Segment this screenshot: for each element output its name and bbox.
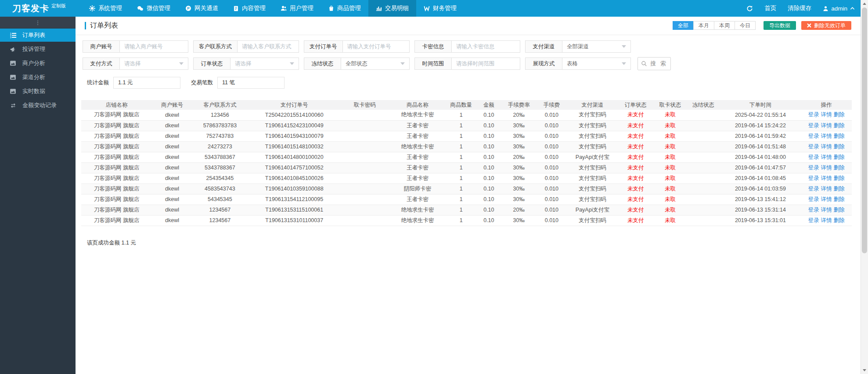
freeze-status-select[interactable]: 全部状态 (341, 58, 409, 69)
sidebar-item-channel-analytics[interactable]: 渠道分析 (0, 71, 76, 84)
page-title: 订单列表 (90, 21, 118, 30)
sidebar-item-merchant-analytics[interactable]: 商户分析 (0, 57, 76, 70)
sidebar-item-orders[interactable]: 123订单列表 (0, 29, 76, 42)
row-action-详情[interactable]: 详情 (821, 111, 832, 118)
pay-method-select[interactable]: 请选择 (120, 58, 188, 69)
row-action-登录[interactable]: 登录 (808, 154, 819, 160)
scrollbar-thumb[interactable] (862, 7, 867, 253)
clear-cache-link[interactable]: 清除缓存 (788, 4, 811, 12)
order-status-field: 订单状态请选择 (193, 58, 299, 70)
row-action-详情[interactable]: 详情 (821, 122, 832, 129)
row-action-登录[interactable]: 登录 (808, 196, 819, 202)
topnav-item-gateway[interactable]: P网关通道 (178, 0, 226, 17)
payment-order-no-input[interactable] (343, 41, 410, 52)
cell: 20‰ (502, 152, 536, 162)
row-action-登录[interactable]: 登录 (808, 111, 819, 118)
topnav-item-wechat[interactable]: 微信管理 (130, 0, 178, 17)
delete-invalid-orders-button[interactable]: 删除无效订单 (801, 21, 851, 30)
row-action-删除[interactable]: 删除 (834, 144, 845, 150)
range-tab-month[interactable]: 本月 (693, 21, 714, 30)
refresh-button[interactable] (746, 5, 753, 12)
table-row: 刀客源码网 旗舰店dkewl1234567T190613153115100061… (81, 205, 852, 215)
ordered-list-icon: 123 (9, 32, 17, 39)
row-action-删除[interactable]: 删除 (834, 122, 845, 129)
row-action-删除[interactable]: 删除 (834, 175, 845, 181)
scroll-down-arrow-icon[interactable] (861, 367, 868, 374)
row-action-详情[interactable]: 详情 (821, 133, 832, 139)
row-action-登录[interactable]: 登录 (808, 122, 819, 129)
row-action-详情[interactable]: 详情 (821, 144, 832, 150)
cell: 未支付 (617, 131, 653, 141)
cell: T190614010845100026 (248, 173, 341, 183)
sidebar-item-complaints[interactable]: 投诉管理 (0, 43, 76, 56)
row-action-登录[interactable]: 登录 (808, 186, 819, 192)
search-button[interactable]: 搜 索 (637, 57, 671, 70)
orders-table-wrap: 店铺名称商户账号客户联系方式支付订单号取卡密码商品名称商品数量金额手续费率手续费… (81, 100, 852, 226)
gateway-p-icon: P (185, 5, 191, 11)
range-tab-today[interactable]: 今日 (735, 21, 756, 30)
total-amount-label: 统计金额 (87, 79, 109, 86)
row-action-删除[interactable]: 删除 (834, 196, 845, 202)
caret-down-icon (290, 62, 294, 65)
row-action-登录[interactable]: 登录 (808, 133, 819, 139)
cell: T190614014757100052 (248, 162, 341, 173)
cell: 0.10 (476, 120, 502, 131)
cell (687, 120, 720, 131)
merchant-account-input[interactable] (120, 41, 188, 52)
row-action-详情[interactable]: 详情 (821, 165, 832, 171)
topnav-item-trades[interactable]: 交易明细 (368, 0, 416, 17)
row-action-登录[interactable]: 登录 (808, 144, 819, 150)
row-action-删除[interactable]: 删除 (834, 154, 845, 160)
range-tab-week[interactable]: 本周 (714, 21, 735, 30)
row-action-详情[interactable]: 详情 (821, 207, 832, 213)
pay-channel-select[interactable]: 全部渠道 (562, 41, 630, 52)
row-action-登录[interactable]: 登录 (808, 207, 819, 213)
row-action-删除[interactable]: 删除 (834, 186, 845, 192)
row-action-删除[interactable]: 删除 (834, 133, 845, 139)
column-header: 客户联系方式 (192, 100, 248, 110)
time-range-input[interactable] (452, 58, 520, 69)
order-status-select[interactable]: 请选择 (231, 58, 299, 69)
row-action-登录[interactable]: 登录 (808, 175, 819, 181)
topnav-item-label: 微信管理 (147, 4, 170, 12)
customer-contact-input[interactable] (238, 41, 299, 52)
row-action-详情[interactable]: 详情 (821, 217, 832, 223)
column-header: 冻结状态 (687, 100, 720, 110)
display-mode-select[interactable]: 表格 (562, 58, 630, 69)
table-row: 刀客源码网 旗舰店dkewl24273273T19061401514810003… (81, 141, 852, 152)
row-action-删除[interactable]: 删除 (834, 207, 845, 213)
cell: T190614010359100088 (248, 183, 341, 194)
sidebar-item-realtime-data[interactable]: 实时数据 (0, 85, 76, 98)
document-icon (233, 6, 239, 11)
row-action-登录[interactable]: 登录 (808, 165, 819, 171)
sidebar-item-balance-log[interactable]: 金额变动记录 (0, 99, 76, 112)
row-action-详情[interactable]: 详情 (821, 175, 832, 181)
topnav-item-content[interactable]: 内容管理 (226, 0, 273, 17)
user-menu[interactable]: admin (823, 5, 855, 12)
cell (687, 152, 720, 162)
row-action-详情[interactable]: 详情 (821, 154, 832, 160)
row-action-删除[interactable]: 删除 (834, 111, 845, 118)
row-action-详情[interactable]: 详情 (821, 186, 832, 192)
row-action-删除[interactable]: 删除 (834, 165, 845, 171)
row-action-登录[interactable]: 登录 (808, 217, 819, 223)
topnav-item-finance[interactable]: 财务管理 (416, 0, 464, 17)
sidebar-collapse-handle[interactable]: ⋮ (0, 17, 76, 28)
row-action-详情[interactable]: 详情 (821, 196, 832, 202)
topnav-item-goods[interactable]: 商品管理 (321, 0, 368, 17)
topnav-item-users[interactable]: 用户管理 (273, 0, 321, 17)
cell: T250422015514100060 (248, 110, 341, 120)
cell: 支付宝扫码 (567, 110, 617, 120)
cell: 刀客源码网 旗舰店 (81, 162, 152, 173)
brand-logo[interactable]: 刀客发卡 定制版 (0, 0, 76, 17)
row-action-删除[interactable]: 删除 (834, 217, 845, 223)
topnav-item-system[interactable]: 系统管理 (82, 0, 130, 17)
home-link[interactable]: 首页 (764, 4, 776, 12)
area-chart-icon (9, 88, 17, 94)
cell: 0.10 (476, 131, 502, 141)
export-data-button[interactable]: 导出数据 (764, 21, 796, 30)
range-tab-all[interactable]: 全部 (673, 21, 694, 30)
scroll-up-arrow-icon[interactable] (861, 0, 868, 7)
card-info-input[interactable] (452, 41, 520, 52)
vertical-scrollbar[interactable] (861, 0, 868, 374)
